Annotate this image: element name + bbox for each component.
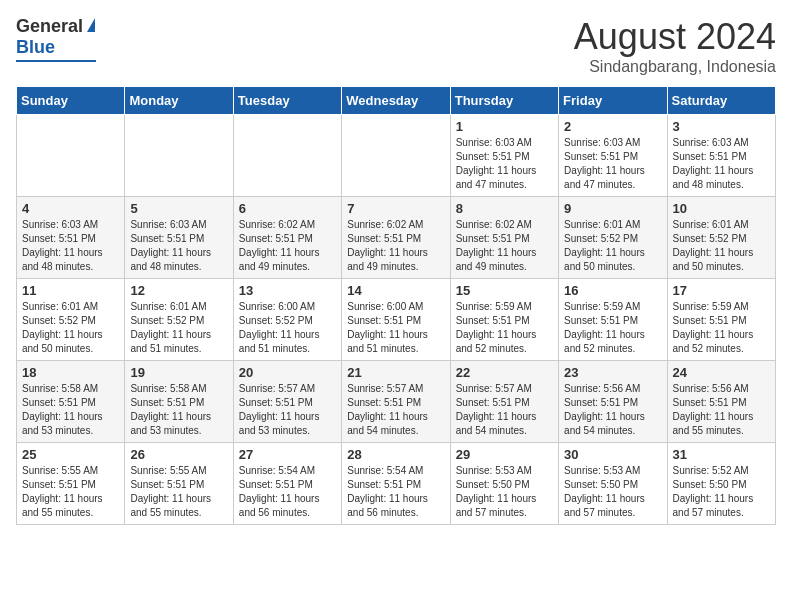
cell-sun-info: Sunrise: 6:03 AM Sunset: 5:51 PM Dayligh…	[22, 218, 119, 274]
day-number: 14	[347, 283, 444, 298]
cell-sun-info: Sunrise: 6:02 AM Sunset: 5:51 PM Dayligh…	[347, 218, 444, 274]
cell-sun-info: Sunrise: 6:03 AM Sunset: 5:51 PM Dayligh…	[673, 136, 770, 192]
calendar-cell: 24Sunrise: 5:56 AM Sunset: 5:51 PM Dayli…	[667, 361, 775, 443]
day-number: 22	[456, 365, 553, 380]
calendar-cell	[125, 115, 233, 197]
day-number: 27	[239, 447, 336, 462]
cell-sun-info: Sunrise: 5:58 AM Sunset: 5:51 PM Dayligh…	[130, 382, 227, 438]
cell-sun-info: Sunrise: 6:02 AM Sunset: 5:51 PM Dayligh…	[239, 218, 336, 274]
calendar-cell: 31Sunrise: 5:52 AM Sunset: 5:50 PM Dayli…	[667, 443, 775, 525]
calendar-cell	[342, 115, 450, 197]
logo-line	[16, 60, 96, 62]
day-number: 23	[564, 365, 661, 380]
calendar-cell: 13Sunrise: 6:00 AM Sunset: 5:52 PM Dayli…	[233, 279, 341, 361]
calendar-week-row-2: 4Sunrise: 6:03 AM Sunset: 5:51 PM Daylig…	[17, 197, 776, 279]
calendar-cell: 23Sunrise: 5:56 AM Sunset: 5:51 PM Dayli…	[559, 361, 667, 443]
weekday-header-thursday: Thursday	[450, 87, 558, 115]
day-number: 30	[564, 447, 661, 462]
day-number: 28	[347, 447, 444, 462]
day-number: 9	[564, 201, 661, 216]
logo-general-text: General	[16, 16, 83, 37]
logo-blue-text: Blue	[16, 37, 55, 58]
cell-sun-info: Sunrise: 6:03 AM Sunset: 5:51 PM Dayligh…	[130, 218, 227, 274]
day-number: 26	[130, 447, 227, 462]
day-number: 1	[456, 119, 553, 134]
calendar-cell: 30Sunrise: 5:53 AM Sunset: 5:50 PM Dayli…	[559, 443, 667, 525]
calendar-cell: 26Sunrise: 5:55 AM Sunset: 5:51 PM Dayli…	[125, 443, 233, 525]
cell-sun-info: Sunrise: 5:55 AM Sunset: 5:51 PM Dayligh…	[130, 464, 227, 520]
weekday-header-tuesday: Tuesday	[233, 87, 341, 115]
day-number: 16	[564, 283, 661, 298]
day-number: 6	[239, 201, 336, 216]
cell-sun-info: Sunrise: 6:01 AM Sunset: 5:52 PM Dayligh…	[564, 218, 661, 274]
cell-sun-info: Sunrise: 5:59 AM Sunset: 5:51 PM Dayligh…	[673, 300, 770, 356]
cell-sun-info: Sunrise: 5:59 AM Sunset: 5:51 PM Dayligh…	[564, 300, 661, 356]
cell-sun-info: Sunrise: 6:01 AM Sunset: 5:52 PM Dayligh…	[22, 300, 119, 356]
calendar-cell	[233, 115, 341, 197]
calendar-cell: 19Sunrise: 5:58 AM Sunset: 5:51 PM Dayli…	[125, 361, 233, 443]
calendar-cell: 1Sunrise: 6:03 AM Sunset: 5:51 PM Daylig…	[450, 115, 558, 197]
day-number: 11	[22, 283, 119, 298]
calendar-cell: 20Sunrise: 5:57 AM Sunset: 5:51 PM Dayli…	[233, 361, 341, 443]
weekday-header-row: SundayMondayTuesdayWednesdayThursdayFrid…	[17, 87, 776, 115]
calendar-week-row-4: 18Sunrise: 5:58 AM Sunset: 5:51 PM Dayli…	[17, 361, 776, 443]
cell-sun-info: Sunrise: 5:57 AM Sunset: 5:51 PM Dayligh…	[347, 382, 444, 438]
calendar-cell: 5Sunrise: 6:03 AM Sunset: 5:51 PM Daylig…	[125, 197, 233, 279]
calendar-week-row-3: 11Sunrise: 6:01 AM Sunset: 5:52 PM Dayli…	[17, 279, 776, 361]
weekday-header-saturday: Saturday	[667, 87, 775, 115]
calendar-cell: 14Sunrise: 6:00 AM Sunset: 5:51 PM Dayli…	[342, 279, 450, 361]
day-number: 15	[456, 283, 553, 298]
day-number: 10	[673, 201, 770, 216]
calendar-cell: 12Sunrise: 6:01 AM Sunset: 5:52 PM Dayli…	[125, 279, 233, 361]
calendar-week-row-5: 25Sunrise: 5:55 AM Sunset: 5:51 PM Dayli…	[17, 443, 776, 525]
day-number: 21	[347, 365, 444, 380]
day-number: 29	[456, 447, 553, 462]
subtitle: Sindangbarang, Indonesia	[574, 58, 776, 76]
cell-sun-info: Sunrise: 6:01 AM Sunset: 5:52 PM Dayligh…	[673, 218, 770, 274]
day-number: 17	[673, 283, 770, 298]
cell-sun-info: Sunrise: 5:54 AM Sunset: 5:51 PM Dayligh…	[239, 464, 336, 520]
calendar-cell: 25Sunrise: 5:55 AM Sunset: 5:51 PM Dayli…	[17, 443, 125, 525]
calendar-cell: 17Sunrise: 5:59 AM Sunset: 5:51 PM Dayli…	[667, 279, 775, 361]
weekday-header-sunday: Sunday	[17, 87, 125, 115]
calendar-cell: 28Sunrise: 5:54 AM Sunset: 5:51 PM Dayli…	[342, 443, 450, 525]
cell-sun-info: Sunrise: 5:55 AM Sunset: 5:51 PM Dayligh…	[22, 464, 119, 520]
calendar-cell	[17, 115, 125, 197]
calendar-cell: 15Sunrise: 5:59 AM Sunset: 5:51 PM Dayli…	[450, 279, 558, 361]
main-title: August 2024	[574, 16, 776, 58]
calendar-cell: 10Sunrise: 6:01 AM Sunset: 5:52 PM Dayli…	[667, 197, 775, 279]
cell-sun-info: Sunrise: 6:03 AM Sunset: 5:51 PM Dayligh…	[456, 136, 553, 192]
cell-sun-info: Sunrise: 5:57 AM Sunset: 5:51 PM Dayligh…	[239, 382, 336, 438]
calendar-cell: 8Sunrise: 6:02 AM Sunset: 5:51 PM Daylig…	[450, 197, 558, 279]
day-number: 25	[22, 447, 119, 462]
calendar-cell: 7Sunrise: 6:02 AM Sunset: 5:51 PM Daylig…	[342, 197, 450, 279]
calendar-cell: 29Sunrise: 5:53 AM Sunset: 5:50 PM Dayli…	[450, 443, 558, 525]
calendar-table: SundayMondayTuesdayWednesdayThursdayFrid…	[16, 86, 776, 525]
day-number: 4	[22, 201, 119, 216]
calendar-cell: 22Sunrise: 5:57 AM Sunset: 5:51 PM Dayli…	[450, 361, 558, 443]
weekday-header-friday: Friday	[559, 87, 667, 115]
calendar-cell: 27Sunrise: 5:54 AM Sunset: 5:51 PM Dayli…	[233, 443, 341, 525]
calendar-week-row-1: 1Sunrise: 6:03 AM Sunset: 5:51 PM Daylig…	[17, 115, 776, 197]
cell-sun-info: Sunrise: 5:53 AM Sunset: 5:50 PM Dayligh…	[456, 464, 553, 520]
weekday-header-wednesday: Wednesday	[342, 87, 450, 115]
day-number: 7	[347, 201, 444, 216]
calendar-cell: 11Sunrise: 6:01 AM Sunset: 5:52 PM Dayli…	[17, 279, 125, 361]
day-number: 20	[239, 365, 336, 380]
cell-sun-info: Sunrise: 6:03 AM Sunset: 5:51 PM Dayligh…	[564, 136, 661, 192]
day-number: 24	[673, 365, 770, 380]
cell-sun-info: Sunrise: 5:56 AM Sunset: 5:51 PM Dayligh…	[673, 382, 770, 438]
cell-sun-info: Sunrise: 5:56 AM Sunset: 5:51 PM Dayligh…	[564, 382, 661, 438]
calendar-cell: 4Sunrise: 6:03 AM Sunset: 5:51 PM Daylig…	[17, 197, 125, 279]
calendar-cell: 16Sunrise: 5:59 AM Sunset: 5:51 PM Dayli…	[559, 279, 667, 361]
logo: General Blue	[16, 16, 96, 62]
cell-sun-info: Sunrise: 5:58 AM Sunset: 5:51 PM Dayligh…	[22, 382, 119, 438]
day-number: 5	[130, 201, 227, 216]
logo-triangle-icon	[87, 18, 95, 32]
cell-sun-info: Sunrise: 6:00 AM Sunset: 5:52 PM Dayligh…	[239, 300, 336, 356]
day-number: 2	[564, 119, 661, 134]
calendar-cell: 2Sunrise: 6:03 AM Sunset: 5:51 PM Daylig…	[559, 115, 667, 197]
day-number: 8	[456, 201, 553, 216]
day-number: 12	[130, 283, 227, 298]
calendar-cell: 21Sunrise: 5:57 AM Sunset: 5:51 PM Dayli…	[342, 361, 450, 443]
